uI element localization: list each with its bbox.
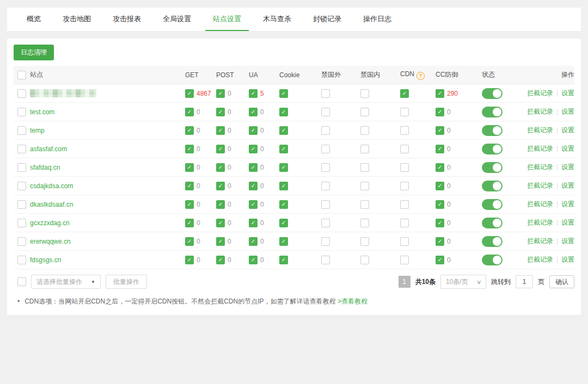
ban-domestic-checkbox[interactable] bbox=[360, 108, 369, 116]
cc-defense-checkbox[interactable]: ✓ bbox=[436, 219, 444, 227]
settings-link[interactable]: 设置 bbox=[561, 89, 574, 97]
post-checkbox[interactable]: ✓ bbox=[216, 182, 225, 190]
cdn-checkbox[interactable] bbox=[400, 108, 409, 116]
cookie-checkbox[interactable]: ✓ bbox=[279, 219, 288, 227]
tab-6[interactable]: 木马查杀 bbox=[255, 8, 299, 31]
block-log-link[interactable]: 拦截记录 bbox=[527, 200, 553, 208]
post-checkbox[interactable]: ✓ bbox=[216, 163, 225, 172]
site-link[interactable]: temp bbox=[30, 127, 45, 134]
site-link[interactable]: ererwqqwe.cn bbox=[30, 238, 71, 245]
cdn-checkbox[interactable] bbox=[400, 219, 409, 227]
cookie-checkbox[interactable]: ✓ bbox=[279, 126, 288, 135]
row-select-checkbox[interactable] bbox=[17, 89, 26, 98]
confirm-button[interactable]: 确认 bbox=[549, 275, 574, 288]
ua-checkbox[interactable]: ✓ bbox=[249, 126, 258, 135]
cc-defense-checkbox[interactable]: ✓ bbox=[436, 108, 444, 116]
ban-domestic-checkbox[interactable] bbox=[360, 237, 369, 246]
cdn-checkbox[interactable] bbox=[400, 145, 409, 153]
ua-checkbox[interactable]: ✓ bbox=[249, 256, 258, 264]
block-log-link[interactable]: 拦截记录 bbox=[527, 237, 553, 245]
status-toggle[interactable] bbox=[482, 181, 503, 191]
ua-checkbox[interactable]: ✓ bbox=[249, 163, 258, 172]
jump-page-input[interactable] bbox=[516, 275, 533, 288]
status-toggle[interactable] bbox=[482, 236, 503, 247]
row-select-checkbox[interactable] bbox=[17, 163, 26, 172]
help-icon[interactable]: ? bbox=[416, 72, 425, 80]
block-log-link[interactable]: 拦截记录 bbox=[527, 182, 553, 189]
row-select-checkbox[interactable] bbox=[17, 200, 26, 209]
ua-checkbox[interactable]: ✓ bbox=[249, 182, 258, 190]
status-toggle[interactable] bbox=[482, 218, 503, 228]
cdn-checkbox[interactable] bbox=[400, 163, 409, 172]
block-log-link[interactable]: 拦截记录 bbox=[527, 108, 553, 115]
page-size-select[interactable]: 10条/页 ∨ bbox=[440, 275, 486, 289]
get-checkbox[interactable]: ✓ bbox=[185, 126, 194, 135]
post-checkbox[interactable]: ✓ bbox=[216, 237, 225, 246]
ua-checkbox[interactable]: ✓ bbox=[249, 200, 258, 209]
site-link[interactable]: dkaslkdsaaf.cn bbox=[30, 201, 73, 208]
ban-foreign-checkbox[interactable] bbox=[321, 145, 330, 153]
tab-3[interactable]: 攻击报表 bbox=[105, 8, 149, 31]
tab-2[interactable]: 攻击地图 bbox=[55, 8, 99, 31]
ban-foreign-checkbox[interactable] bbox=[321, 108, 330, 116]
row-select-checkbox[interactable] bbox=[17, 145, 26, 153]
block-log-link[interactable]: 拦截记录 bbox=[527, 219, 553, 226]
row-select-checkbox[interactable] bbox=[17, 237, 26, 246]
ban-domestic-checkbox[interactable] bbox=[360, 163, 369, 172]
post-checkbox[interactable]: ✓ bbox=[216, 126, 225, 135]
status-toggle[interactable] bbox=[482, 88, 503, 99]
site-link[interactable]: sfafdaq.cn bbox=[30, 164, 60, 171]
ua-checkbox[interactable]: ✓ bbox=[249, 89, 258, 98]
block-log-link[interactable]: 拦截记录 bbox=[527, 89, 553, 97]
ban-foreign-checkbox[interactable] bbox=[321, 237, 330, 246]
bulk-select-checkbox[interactable] bbox=[17, 277, 26, 286]
ban-domestic-checkbox[interactable] bbox=[360, 182, 369, 190]
settings-link[interactable]: 设置 bbox=[561, 163, 574, 171]
site-link[interactable]: gcxzzxdag.cn bbox=[30, 219, 70, 227]
bulk-action-select[interactable]: 请选择批量操作 ▼ bbox=[31, 275, 101, 289]
cc-defense-checkbox[interactable]: ✓ bbox=[436, 89, 444, 98]
tab-8[interactable]: 操作日志 bbox=[356, 8, 399, 31]
settings-link[interactable]: 设置 bbox=[561, 237, 574, 245]
row-select-checkbox[interactable] bbox=[17, 219, 26, 227]
row-select-checkbox[interactable] bbox=[17, 108, 26, 116]
cc-defense-checkbox[interactable]: ✓ bbox=[436, 126, 444, 135]
settings-link[interactable]: 设置 bbox=[561, 219, 574, 226]
cookie-checkbox[interactable]: ✓ bbox=[279, 108, 288, 116]
cc-defense-checkbox[interactable]: ✓ bbox=[436, 182, 444, 190]
ua-checkbox[interactable]: ✓ bbox=[249, 108, 258, 116]
status-toggle[interactable] bbox=[482, 144, 503, 154]
block-log-link[interactable]: 拦截记录 bbox=[527, 145, 553, 152]
block-log-link[interactable]: 拦截记录 bbox=[527, 126, 553, 134]
block-log-link[interactable]: 拦截记录 bbox=[527, 163, 553, 171]
tab-7[interactable]: 封锁记录 bbox=[305, 8, 349, 31]
get-checkbox[interactable]: ✓ bbox=[185, 237, 194, 246]
ban-domestic-checkbox[interactable] bbox=[360, 219, 369, 227]
ban-foreign-checkbox[interactable] bbox=[321, 200, 330, 209]
ua-checkbox[interactable]: ✓ bbox=[249, 237, 258, 246]
settings-link[interactable]: 设置 bbox=[561, 126, 574, 134]
row-select-checkbox[interactable] bbox=[17, 256, 26, 264]
cdn-tutorial-link[interactable]: >查看教程 bbox=[338, 298, 367, 305]
page-number-button[interactable]: 1 bbox=[399, 276, 411, 288]
cookie-checkbox[interactable]: ✓ bbox=[279, 256, 288, 264]
status-toggle[interactable] bbox=[482, 199, 503, 210]
cdn-checkbox[interactable] bbox=[400, 182, 409, 190]
tab-5[interactable]: 站点设置 bbox=[205, 8, 249, 31]
site-link[interactable]: fdsgsgs.cn bbox=[30, 256, 61, 264]
cc-defense-checkbox[interactable]: ✓ bbox=[436, 163, 444, 172]
get-checkbox[interactable]: ✓ bbox=[185, 163, 194, 172]
cookie-checkbox[interactable]: ✓ bbox=[279, 237, 288, 246]
site-link[interactable]: asfasfaf.com bbox=[30, 145, 67, 153]
ban-domestic-checkbox[interactable] bbox=[360, 145, 369, 153]
post-checkbox[interactable]: ✓ bbox=[216, 89, 225, 98]
cookie-checkbox[interactable]: ✓ bbox=[279, 182, 288, 190]
cookie-checkbox[interactable]: ✓ bbox=[279, 200, 288, 209]
tab-4[interactable]: 全局设置 bbox=[155, 8, 199, 31]
ban-domestic-checkbox[interactable] bbox=[360, 89, 369, 98]
row-select-checkbox[interactable] bbox=[17, 182, 26, 190]
cookie-checkbox[interactable]: ✓ bbox=[279, 163, 288, 172]
get-checkbox[interactable]: ✓ bbox=[185, 182, 194, 190]
post-checkbox[interactable]: ✓ bbox=[216, 219, 225, 227]
cc-defense-checkbox[interactable]: ✓ bbox=[436, 237, 444, 246]
